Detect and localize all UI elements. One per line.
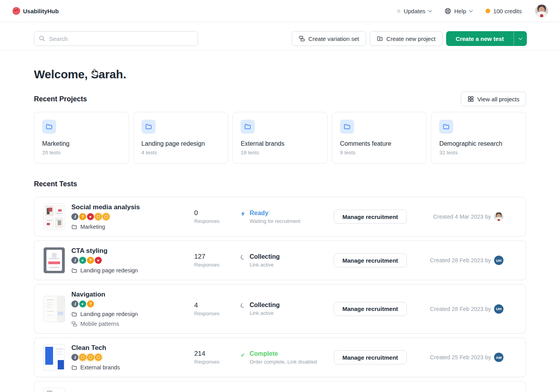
project-name: Landing page redesign — [142, 140, 220, 147]
test-row-navigation[interactable]: Navigation i ➤ ? Landing page redesign M… — [34, 284, 526, 334]
chevron-down-icon — [428, 8, 432, 12]
view-all-projects-button[interactable]: View all projects — [461, 92, 526, 106]
design-survey-badge-icon — [87, 354, 94, 361]
toolbar: Create variation set Create new project … — [0, 22, 560, 51]
folder-icon — [71, 365, 77, 371]
collecting-spinner-icon — [240, 302, 246, 309]
project-test-count: 4 tests — [142, 150, 220, 155]
thumbnail-cell — [55, 205, 64, 216]
responses-label: Responses — [194, 262, 241, 268]
status-name: Ready — [250, 210, 300, 217]
updates-label: Updates — [404, 8, 425, 14]
test-row-modal-copy[interactable]: Modal copy ♥ 98 Responses ✓ Complete Ord… — [34, 381, 526, 392]
credits-indicator[interactable]: 100 credits — [486, 8, 522, 14]
status-subtext: Waiting for recruitment — [250, 218, 300, 224]
create-new-test-button[interactable]: Create a new test — [446, 31, 514, 46]
manage-recruitment-button[interactable]: Manage recruitment — [334, 253, 407, 267]
test-title[interactable]: Clean Tech — [71, 344, 186, 352]
project-card-comments-feature[interactable]: Comments feature 9 tests — [332, 112, 427, 164]
create-new-test-dropdown-button[interactable] — [514, 31, 527, 46]
recent-projects-heading: Recent Projects — [34, 95, 87, 103]
question-badge-icon: ? — [87, 257, 94, 264]
status-name: Collecting — [250, 302, 280, 309]
logo-blob-icon — [12, 7, 20, 15]
folder-tile — [340, 120, 354, 134]
create-new-project-button[interactable]: Create new project — [370, 31, 443, 46]
help-label: Help — [454, 8, 466, 14]
test-rows: Social media analysis i ? ♥ Marketing 0 … — [34, 197, 526, 392]
updates-menu[interactable]: Updates — [397, 8, 431, 14]
test-row-clean-tech[interactable]: Clean Tech i External brands 214 Respons… — [34, 337, 526, 377]
thumbnail-cell — [45, 217, 54, 228]
design-survey-badge-icon — [103, 213, 110, 220]
user-avatar[interactable] — [535, 4, 548, 18]
project-name: Demographic research — [439, 140, 518, 147]
folder-tile — [241, 120, 255, 134]
variation-set-label: Mobile patterns — [80, 321, 119, 327]
manage-recruitment-button[interactable]: Manage recruitment — [334, 350, 407, 364]
first-click-badge-icon: ➤ — [79, 300, 86, 307]
updates-indicator-dot-icon — [397, 9, 401, 13]
creator-avatar[interactable] — [494, 212, 503, 221]
folder-tile — [142, 120, 156, 134]
test-status: Collecting Link active — [241, 302, 334, 316]
folder-tile — [439, 120, 453, 134]
variation-set-link[interactable]: Mobile patterns — [71, 321, 186, 327]
test-folder-link[interactable]: Landing page redesign — [71, 311, 186, 317]
test-folder-label: Landing page redesign — [80, 267, 138, 274]
thumbnail-cell — [46, 250, 62, 271]
test-folder-link[interactable]: Marketing — [71, 224, 186, 230]
test-type-badges: i — [71, 354, 186, 361]
main-content: Welcome, Sarah. Recent Projects View all… — [0, 68, 560, 392]
created-by-text: Created 28 Feb 2023 by — [430, 306, 491, 312]
test-thumbnail — [43, 203, 65, 230]
test-title[interactable]: CTA styling — [71, 247, 186, 255]
project-cards: Marketing 20 tests Landing page redesign… — [34, 112, 526, 164]
responses-count: 127 — [194, 253, 241, 261]
folder-icon — [244, 123, 251, 130]
help-menu[interactable]: Help — [445, 8, 472, 14]
project-card-demographic-research[interactable]: Demographic research 32 tests — [431, 112, 526, 164]
project-card-marketing[interactable]: Marketing 20 tests — [34, 112, 129, 164]
test-folder-link[interactable]: Landing page redesign — [71, 267, 186, 274]
search-input[interactable] — [34, 31, 198, 46]
test-status: ✓ Complete Order complete, Link disabled — [241, 350, 334, 365]
test-thumbnail — [43, 247, 65, 274]
project-name: Comments feature — [340, 140, 419, 147]
recent-tests-heading: Recent Tests — [34, 180, 77, 188]
project-name: Marketing — [42, 140, 121, 147]
question-badge-icon: ? — [79, 213, 86, 220]
test-folder-link[interactable]: External brands — [71, 364, 186, 371]
create-variation-set-label: Create variation set — [308, 35, 359, 42]
question-badge-icon: ? — [87, 300, 94, 307]
test-title[interactable]: Navigation — [71, 291, 186, 298]
responses-count: 4 — [194, 302, 241, 309]
test-row-cta-styling[interactable]: CTA styling i ➤ ? ♥ Landing page redesig… — [34, 240, 526, 280]
project-card-landing-page-redesign[interactable]: Landing page redesign 4 tests — [133, 112, 229, 164]
first-click-badge-icon: ➤ — [79, 257, 86, 264]
test-row-social-media-analysis[interactable]: Social media analysis i ? ♥ Marketing 0 … — [34, 197, 526, 237]
responses-label: Responses — [194, 311, 241, 316]
info-badge-icon: i — [71, 213, 78, 220]
manage-recruitment-button[interactable]: Manage recruitment — [334, 302, 407, 316]
create-variation-set-button[interactable]: Create variation set — [292, 31, 366, 46]
project-test-count: 9 tests — [340, 150, 419, 155]
creator-avatar-initials[interactable]: UH — [494, 256, 503, 265]
search-icon — [39, 35, 46, 42]
check-icon: ✓ — [241, 352, 245, 358]
manage-recruitment-button[interactable]: Manage recruitment — [334, 210, 407, 224]
create-new-test-label: Create a new test — [456, 35, 504, 42]
status-name: Complete — [250, 350, 317, 357]
project-test-count: 18 tests — [241, 150, 319, 155]
design-survey-badge-icon — [95, 213, 102, 220]
chevron-down-icon — [519, 36, 523, 40]
creator-avatar-initials[interactable]: AW — [494, 353, 503, 362]
folder-icon — [443, 123, 450, 130]
test-title[interactable]: Social media analysis — [71, 203, 186, 211]
project-test-count: 20 tests — [42, 150, 121, 155]
app-logo[interactable]: UsabilityHub — [12, 7, 59, 15]
project-card-external-brands[interactable]: External brands 18 tests — [232, 112, 328, 164]
status-subtext: Link active — [250, 262, 280, 268]
responses-count: 214 — [194, 350, 241, 358]
creator-avatar-initials[interactable]: UH — [494, 304, 503, 314]
